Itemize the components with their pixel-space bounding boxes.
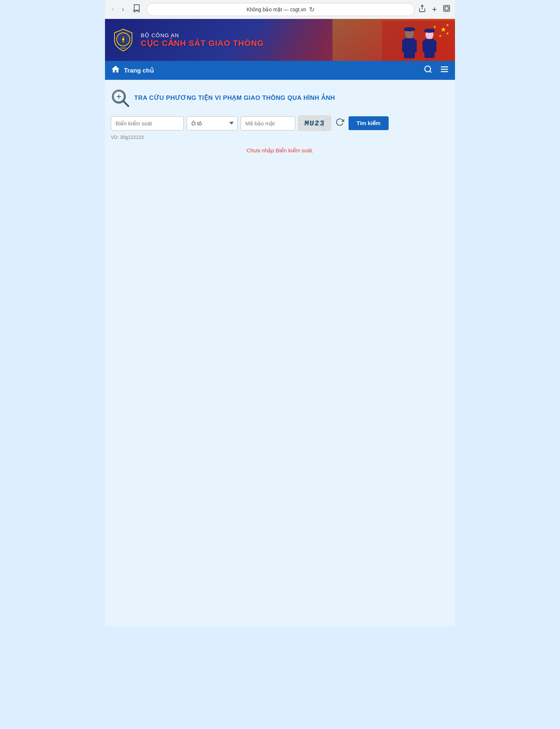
- forward-button[interactable]: ›: [120, 4, 126, 15]
- back-button[interactable]: ‹: [109, 4, 116, 15]
- svg-rect-23: [423, 40, 426, 52]
- svg-rect-17: [402, 40, 406, 52]
- captcha-value: MU23: [304, 119, 325, 128]
- captcha-input[interactable]: [241, 116, 295, 130]
- svg-text:CSGT: CSGT: [120, 47, 127, 49]
- main-content: TRA CỨU PHƯƠNG TIỆN VI PHẠM GIAO THÔNG Q…: [105, 80, 455, 627]
- trang-chu-link[interactable]: Trang chủ: [124, 67, 154, 74]
- svg-point-7: [122, 40, 124, 43]
- search-form: Ô tô Xe máy Xe tải Xe khách MU23: [111, 116, 449, 131]
- svg-rect-26: [425, 29, 434, 32]
- svg-line-28: [430, 71, 431, 73]
- logo-area: CSGT BỘ CÔNG AN CỤC CẢNH SÁT GIAO THÔNG: [111, 28, 264, 52]
- csgt-logo: CSGT: [111, 28, 136, 52]
- cuc-canh-sat-text: CỤC CẢNH SÁT GIAO THÔNG: [141, 39, 264, 48]
- svg-point-6: [122, 38, 124, 40]
- share-icon[interactable]: [418, 4, 426, 14]
- new-tab-icon[interactable]: +: [432, 5, 437, 14]
- svg-point-27: [425, 66, 431, 72]
- svg-rect-18: [413, 40, 417, 52]
- nav-search-icon[interactable]: [424, 65, 432, 76]
- svg-point-34: [116, 93, 118, 96]
- page-reload-icon[interactable]: ↻: [309, 5, 315, 13]
- magnifier-icon: [111, 89, 130, 108]
- bookmarks-icon[interactable]: [130, 3, 143, 16]
- page-title: TRA CỨU PHƯƠNG TIỆN VI PHẠM GIAO THÔNG Q…: [134, 94, 335, 102]
- search-button[interactable]: Tìm kiếm: [349, 116, 389, 130]
- nav-left: Trang chủ: [111, 65, 154, 76]
- bo-cong-an-text: BỘ CÔNG AN: [141, 32, 264, 39]
- nav-bar: Trang chủ: [105, 61, 455, 80]
- vehicle-type-select[interactable]: Ô tô Xe máy Xe tải Xe khách: [187, 116, 238, 130]
- svg-line-35: [124, 101, 128, 106]
- nav-menu-icon[interactable]: [440, 65, 449, 76]
- browser-chrome: ‹ › Không bảo mật — csgt.vn ↻ +: [105, 0, 455, 19]
- svg-text:★: ★: [433, 25, 436, 29]
- address-bar[interactable]: Không bảo mật — csgt.vn ↻: [147, 3, 415, 16]
- captcha-image: MU23: [298, 116, 331, 131]
- svg-text:★: ★: [439, 34, 442, 38]
- svg-rect-22: [424, 39, 435, 58]
- search-title-area: TRA CỨU PHƯƠNG TIỆN VI PHẠM GIAO THÔNG Q…: [111, 89, 449, 108]
- tabs-icon[interactable]: [443, 4, 451, 14]
- svg-text:★: ★: [446, 23, 449, 27]
- url-text: Không bảo mật — csgt.vn: [246, 7, 306, 12]
- logo-text: BỘ CÔNG AN CỤC CẢNH SÁT GIAO THÔNG: [141, 32, 264, 48]
- error-message: Chưa nhập Biển kiểm soát.: [111, 147, 449, 154]
- home-icon[interactable]: [111, 65, 120, 76]
- svg-point-44: [309, 128, 310, 129]
- svg-text:★: ★: [440, 26, 446, 33]
- svg-rect-24: [433, 40, 436, 52]
- reload-captcha-button[interactable]: [334, 116, 346, 130]
- svg-point-5: [122, 36, 124, 38]
- svg-rect-1: [444, 5, 450, 12]
- browser-actions: +: [418, 4, 451, 14]
- svg-rect-2: [445, 7, 448, 10]
- svg-rect-20: [405, 27, 414, 31]
- svg-text:★: ★: [446, 31, 449, 35]
- example-text: VD: 30g122123: [111, 135, 449, 140]
- bien-kiem-soat-input[interactable]: [111, 116, 184, 130]
- site-header: CSGT BỘ CÔNG AN CỤC CẢNH SÁT GIAO THÔNG …: [105, 19, 455, 61]
- nav-right: [424, 65, 449, 76]
- officers-image: ★ ★ ★ ★ ★: [382, 19, 455, 61]
